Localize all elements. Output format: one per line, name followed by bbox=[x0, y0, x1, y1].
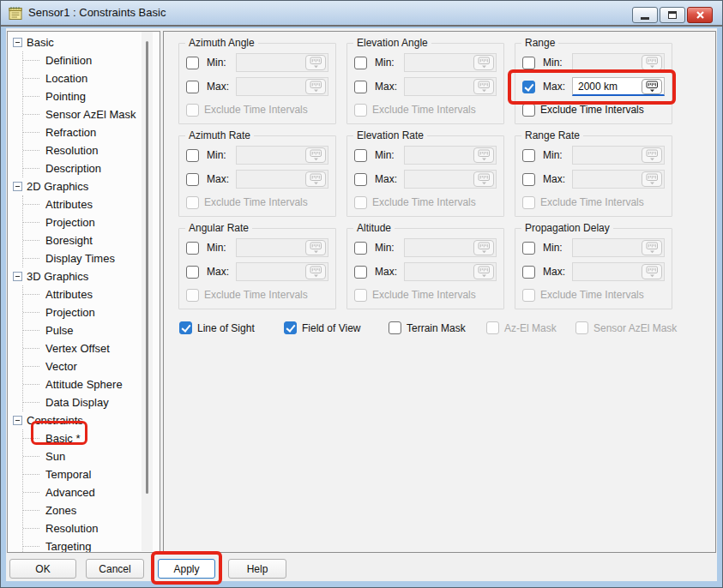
tree-item-basic-sensor-azel-mask[interactable]: Sensor AzEl Mask bbox=[23, 105, 160, 123]
tree-scrollbar-thumb[interactable] bbox=[146, 41, 148, 494]
tree-item-constraints-sun[interactable]: Sun bbox=[23, 447, 160, 465]
footer-checkbox-line-of-sight[interactable]: Line of Sight bbox=[179, 321, 255, 334]
minimize-button[interactable] bbox=[632, 7, 658, 23]
tree-item-3d-graphics-projection[interactable]: Projection bbox=[23, 303, 160, 321]
exclude-checkbox bbox=[522, 289, 535, 302]
min-checkbox[interactable] bbox=[354, 57, 367, 69]
exclude-label: Exclude Time Intervals bbox=[540, 289, 644, 301]
tree-item-label: Zones bbox=[45, 504, 76, 517]
cancel-button[interactable]: Cancel bbox=[86, 559, 144, 579]
exclude-checkbox bbox=[186, 196, 199, 209]
min-checkbox[interactable] bbox=[354, 149, 367, 162]
max-row: Max: bbox=[186, 170, 328, 189]
unit-selector-icon bbox=[478, 149, 491, 161]
ok-button[interactable]: OK bbox=[9, 559, 76, 579]
tree-item-constraints-temporal[interactable]: Temporal bbox=[23, 465, 160, 483]
max-checkbox[interactable] bbox=[354, 266, 367, 279]
exclude-time-intervals-row: Exclude Time Intervals bbox=[354, 288, 497, 302]
min-checkbox[interactable] bbox=[522, 149, 535, 162]
line-of-sight-checkbox[interactable] bbox=[179, 321, 192, 334]
group-range: RangeMin:Max:2000 kmExclude Time Interva… bbox=[515, 43, 672, 124]
maximize-button[interactable] bbox=[660, 7, 685, 23]
min-checkbox[interactable] bbox=[186, 57, 199, 69]
footer-checkbox-field-of-view[interactable]: Field of View bbox=[284, 321, 360, 334]
min-checkbox[interactable] bbox=[522, 242, 535, 255]
min-checkbox[interactable] bbox=[354, 242, 367, 255]
tree-item-basic-pointing[interactable]: Pointing bbox=[23, 87, 160, 105]
tree-item-basic-resolution[interactable]: Resolution bbox=[23, 141, 160, 159]
tree-item-label: Projection bbox=[45, 306, 95, 319]
unit-selector-icon bbox=[646, 57, 659, 69]
max-value-field bbox=[404, 262, 497, 281]
group-range-rate: Range RateMin:Max:Exclude Time Intervals bbox=[515, 135, 672, 217]
tree-item-basic-location[interactable]: Location bbox=[23, 69, 160, 87]
unit-selector-button bbox=[642, 55, 662, 70]
max-checkbox[interactable] bbox=[186, 266, 199, 279]
tree-item-constraints-resolution[interactable]: Resolution bbox=[23, 519, 160, 537]
tree-item-2d-graphics-display-times[interactable]: Display Times bbox=[23, 249, 160, 267]
collapse-icon[interactable] bbox=[13, 416, 22, 425]
tree-item-constraints-advanced[interactable]: Advanced bbox=[23, 483, 160, 501]
max-checkbox[interactable] bbox=[522, 173, 535, 186]
tree-item-label: Basic * bbox=[45, 432, 80, 445]
tree-item-2d-graphics-attributes[interactable]: Attributes bbox=[23, 195, 160, 213]
tree-item-2d-graphics-projection[interactable]: Projection bbox=[23, 213, 160, 231]
min-checkbox[interactable] bbox=[186, 149, 199, 162]
apply-button[interactable]: Apply bbox=[158, 559, 215, 579]
tree-section-basic[interactable]: Basic bbox=[8, 33, 160, 51]
tree-item-label: Sun bbox=[45, 450, 65, 463]
tree-item-label: Vector bbox=[45, 360, 77, 373]
tree-item-3d-graphics-data-display[interactable]: Data Display bbox=[23, 393, 160, 411]
max-label: Max: bbox=[543, 173, 569, 185]
max-value-field bbox=[572, 262, 665, 281]
min-checkbox[interactable] bbox=[522, 57, 535, 69]
unit-selector-icon bbox=[310, 81, 322, 93]
tree-item-3d-graphics-vector[interactable]: Vector bbox=[23, 357, 160, 375]
max-checkbox[interactable] bbox=[522, 266, 535, 279]
terrain-mask-checkbox[interactable] bbox=[389, 321, 401, 334]
tree-item-3d-graphics-vertex-offset[interactable]: Vertex Offset bbox=[23, 339, 160, 357]
title-bar: Sensor1 : Constraints Basic bbox=[0, 0, 723, 27]
tree-scrollbar[interactable] bbox=[142, 32, 153, 551]
exclude-checkbox[interactable] bbox=[522, 104, 535, 117]
tree-item-3d-graphics-attributes[interactable]: Attributes bbox=[23, 285, 160, 303]
tree-section-2d-graphics[interactable]: 2D Graphics bbox=[8, 177, 160, 195]
exclude-label: Exclude Time Intervals bbox=[204, 289, 308, 301]
collapse-icon[interactable] bbox=[13, 182, 22, 191]
tree-section-constraints[interactable]: Constraints bbox=[8, 411, 160, 429]
min-value-field bbox=[236, 53, 328, 72]
tree-item-2d-graphics-boresight[interactable]: Boresight bbox=[23, 231, 160, 249]
tree-item-basic-description[interactable]: Description bbox=[23, 159, 160, 177]
tree-section-3d-graphics[interactable]: 3D Graphics bbox=[8, 267, 160, 285]
max-checkbox[interactable] bbox=[354, 173, 367, 186]
unit-selector-icon bbox=[478, 173, 491, 185]
tree-item-basic-definition[interactable]: Definition bbox=[23, 51, 160, 69]
max-checkbox[interactable] bbox=[186, 81, 199, 93]
max-checkbox[interactable] bbox=[522, 81, 535, 93]
collapse-icon[interactable] bbox=[13, 38, 22, 47]
sensor-azel-mask-label: Sensor AzEl Mask bbox=[593, 322, 677, 334]
field-of-view-checkbox[interactable] bbox=[284, 321, 297, 334]
tree-item-constraints-zones[interactable]: Zones bbox=[23, 501, 160, 519]
help-button[interactable]: Help bbox=[228, 559, 286, 579]
tree-item-3d-graphics-attitude-sphere[interactable]: Attitude Sphere bbox=[23, 375, 160, 393]
group-title: Elevation Angle bbox=[353, 37, 431, 49]
exclude-time-intervals-row: Exclude Time Intervals bbox=[186, 195, 328, 209]
tree-item-3d-graphics-pulse[interactable]: Pulse bbox=[23, 321, 160, 339]
max-checkbox[interactable] bbox=[186, 173, 199, 186]
max-checkbox[interactable] bbox=[354, 81, 367, 93]
max-value-field[interactable]: 2000 km bbox=[572, 77, 665, 96]
tree-item-constraints-basic[interactable]: Basic * bbox=[23, 429, 160, 447]
close-button[interactable] bbox=[687, 7, 713, 23]
unit-selector-button[interactable] bbox=[642, 79, 662, 94]
min-label: Min: bbox=[207, 149, 232, 161]
collapse-icon[interactable] bbox=[13, 272, 22, 281]
max-label: Max: bbox=[375, 173, 401, 185]
unit-selector-button bbox=[473, 55, 494, 70]
tree-item-constraints-targeting[interactable]: Targeting bbox=[23, 537, 160, 553]
tree-item-basic-refraction[interactable]: Refraction bbox=[23, 123, 160, 141]
footer-checkbox-terrain-mask[interactable]: Terrain Mask bbox=[389, 321, 466, 334]
tree-item-label: Attributes bbox=[45, 288, 93, 301]
unit-selector-button bbox=[305, 79, 326, 94]
min-checkbox[interactable] bbox=[186, 242, 199, 255]
